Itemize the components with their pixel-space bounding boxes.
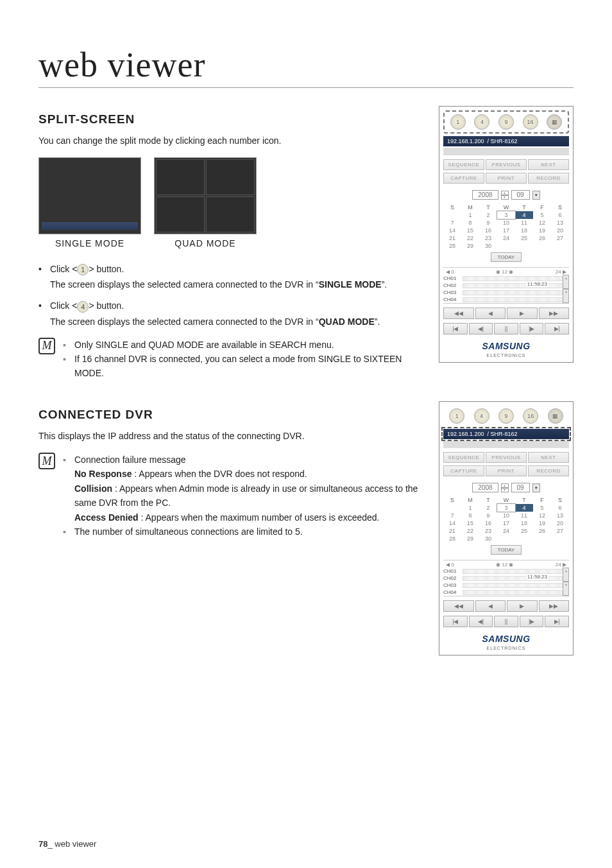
capture-button[interactable]: CAPTURE [443, 173, 484, 184]
mode-4-icon: 4 [77, 301, 89, 313]
print-button[interactable]: PRINT [486, 173, 527, 184]
click-4-pre: Click < [50, 300, 77, 311]
channel-label: CH02 [443, 575, 463, 581]
today-button[interactable]: TODAY [491, 545, 522, 555]
mode-16-button[interactable]: 16 [523, 114, 538, 130]
month-input[interactable]: 09 [511, 190, 530, 200]
step-fwd-button[interactable]: |▶ [520, 616, 544, 627]
channel-label: CH02 [443, 282, 463, 288]
timeline-scroll[interactable]: ▴▾ [563, 568, 569, 596]
skip-end-button[interactable]: ▶| [545, 616, 569, 627]
connected-dvr-intro: This displays the IP address and the sta… [38, 431, 420, 441]
year-input[interactable]: 2008 [472, 190, 498, 200]
timeline-bar[interactable] [463, 583, 563, 588]
collision-label: Collision [74, 483, 112, 494]
quad-mode-desc-b: ”. [375, 317, 380, 327]
calendar-day[interactable]: 3 [497, 504, 515, 512]
skip-end-button[interactable]: ▶| [545, 323, 569, 334]
mode-16-button[interactable]: 16 [523, 408, 538, 424]
mode-1-button[interactable]: 1 [450, 114, 466, 130]
skip-start-button[interactable]: |◀ [443, 323, 468, 334]
timeline-scroll[interactable]: ▴▾ [563, 275, 569, 303]
timeline-time: 11:58:23 [526, 281, 548, 287]
conn-limit-text: The number of simultaneous connections a… [74, 525, 303, 539]
rewind-button[interactable]: ◀◀ [443, 308, 474, 319]
mode-full-button[interactable]: ▦ [548, 408, 563, 424]
click-1-pre: Click < [50, 264, 77, 274]
step-back-button[interactable]: ◀| [469, 616, 493, 627]
timeline-bar[interactable] [463, 297, 563, 302]
channel-label: CH03 [443, 582, 463, 588]
access-denied-text: : Appears when the maximum number of use… [139, 512, 380, 523]
click-4-post: > button. [89, 300, 124, 311]
timeline-bar[interactable] [463, 569, 563, 574]
fast-fwd-button[interactable]: ▶▶ [539, 600, 570, 612]
sequence-button[interactable]: SEQUENCE [443, 159, 484, 170]
calendar-day-selected[interactable]: 4 [515, 504, 533, 512]
page-title: web viewer [38, 45, 574, 88]
year-input[interactable]: 2008 [472, 483, 498, 492]
year-spinner[interactable]: ▴▾ [501, 191, 509, 200]
next-button[interactable]: NEXT [528, 159, 569, 170]
record-button[interactable]: RECORD [528, 173, 569, 184]
mode-4-button[interactable]: 4 [474, 408, 489, 424]
pause-button[interactable]: || [494, 323, 518, 334]
access-denied-label: Access Denied [74, 512, 139, 523]
capture-button[interactable]: CAPTURE [443, 465, 484, 476]
note-bullet: ▪ [63, 352, 69, 381]
no-response-label: No Response [74, 469, 132, 479]
conn-fail-heading: Connection failure message [74, 453, 186, 467]
ip-status-bar: 192.168.1.200 / SHR-8162 [443, 136, 569, 146]
skip-start-button[interactable]: |◀ [443, 616, 468, 627]
calendar-day[interactable]: 3 [497, 211, 515, 219]
single-mode-screenshot [38, 157, 141, 234]
quad-mode-desc-a: The screen displays the selected camera … [50, 317, 319, 327]
today-button[interactable]: TODAY [491, 252, 522, 262]
single-mode-desc-a: The screen displays the selected camera … [50, 279, 319, 290]
month-dropdown[interactable]: ▾ [532, 191, 540, 200]
step-fwd-button[interactable]: |▶ [520, 323, 544, 334]
note-16ch: If 16 channel DVR is connected, you can … [74, 352, 420, 381]
mode-9-button[interactable]: 9 [498, 114, 514, 130]
rewind-button[interactable]: ◀◀ [443, 600, 474, 612]
play-fwd-button[interactable]: ▶ [507, 600, 538, 612]
sequence-button[interactable]: SEQUENCE [443, 452, 484, 463]
step-back-button[interactable]: ◀| [469, 323, 493, 334]
mode-9-button[interactable]: 9 [498, 408, 514, 424]
print-button[interactable]: PRINT [486, 465, 527, 476]
samsung-logo: SAMSUNG [482, 634, 530, 644]
channel-label: CH01 [443, 568, 463, 574]
previous-button[interactable]: PREVIOUS [486, 452, 527, 463]
month-input[interactable]: 09 [511, 483, 530, 492]
single-mode-desc-strong: SINGLE MODE [319, 279, 382, 290]
split-screen-intro: You can change the split mode by clickin… [38, 135, 420, 146]
fast-fwd-button[interactable]: ▶▶ [539, 308, 570, 319]
split-mode-selector: 1 4 9 16 ▦ [443, 406, 569, 426]
timeline-bar[interactable] [463, 590, 563, 595]
calendar-day-selected[interactable]: 4 [515, 211, 533, 219]
bullet-dot: • [38, 300, 45, 312]
next-button[interactable]: NEXT [528, 452, 569, 463]
ip-status-bar-highlighted: 192.168.1.200 / SHR-8162 [443, 429, 569, 439]
month-dropdown[interactable]: ▾ [532, 483, 540, 492]
samsung-logo: SAMSUNG [482, 341, 530, 351]
mode-full-button[interactable]: ▦ [547, 114, 562, 130]
previous-button[interactable]: PREVIOUS [486, 159, 527, 170]
mode-1-button[interactable]: 1 [449, 408, 464, 424]
dvr-panel-connected: 1 4 9 16 ▦ 192.168.1.200 / SHR-8162 SEQU… [439, 401, 574, 655]
split-screen-heading: SPLIT-SCREEN [38, 112, 420, 126]
note-icon: M [38, 338, 55, 354]
mode-4-button[interactable]: 4 [474, 114, 489, 130]
pause-button[interactable]: || [494, 616, 518, 627]
play-rev-button[interactable]: ◀ [475, 308, 506, 319]
timeline-bar[interactable] [463, 276, 563, 281]
record-button[interactable]: RECORD [528, 465, 569, 476]
samsung-sublogo: ELECTRONICS [487, 646, 526, 650]
year-spinner[interactable]: ▴▾ [501, 483, 509, 492]
calendar: SMTWTFS 123456 78910111213 1415161718192… [443, 496, 569, 542]
note-bullet: ▪ [63, 453, 69, 467]
play-fwd-button[interactable]: ▶ [507, 308, 538, 319]
timeline-bar[interactable] [463, 290, 563, 295]
click-1-post: > button. [89, 264, 124, 274]
play-rev-button[interactable]: ◀ [475, 600, 506, 612]
